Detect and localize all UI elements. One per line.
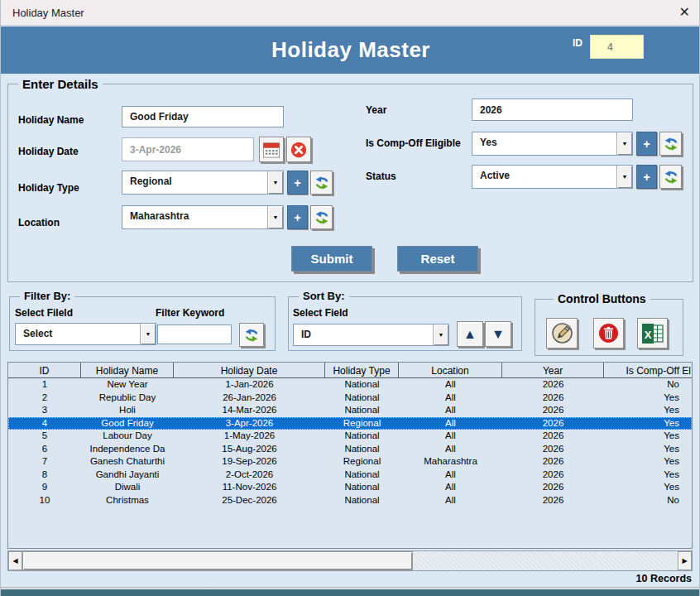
id-field[interactable]: 4 <box>590 35 644 59</box>
refresh-comp-off-button[interactable] <box>659 132 682 156</box>
refresh-status-button[interactable] <box>659 165 682 189</box>
status-select[interactable]: Active ▼ <box>472 165 633 189</box>
sort-legend: Sort By: <box>299 290 349 302</box>
bottom-strip <box>1 589 700 596</box>
table-row[interactable]: 5Labour Day1-May-2026NationalAll2026Yes <box>8 430 692 443</box>
table-row[interactable]: 9Diwali11-Nov-2026NationalAll2026Yes <box>8 481 692 494</box>
holiday-name-input[interactable] <box>122 106 284 127</box>
table-cell: National <box>325 443 399 456</box>
header-band: Holiday Master ID 4 <box>1 26 700 74</box>
scroll-left-icon: ◀ <box>12 557 17 565</box>
scrollbar-thumb[interactable] <box>22 551 413 570</box>
excel-icon: X <box>641 323 664 344</box>
column-header: Holiday Date <box>174 363 325 377</box>
chevron-down-icon[interactable]: ▼ <box>267 206 283 228</box>
filter-field-select[interactable]: Select ▼ <box>15 323 156 345</box>
table-cell: 2026 <box>502 404 604 417</box>
sort-up-icon: ▲ <box>463 328 477 341</box>
table-cell: 8 <box>8 469 81 482</box>
add-location-button[interactable]: + <box>287 205 308 229</box>
close-icon[interactable]: ✕ <box>679 5 690 20</box>
table-cell: Gandhi Jayanti <box>81 469 174 482</box>
table-cell: 2026 <box>502 455 604 469</box>
table-cell: Republic Day <box>81 392 174 405</box>
add-holiday-type-button[interactable]: + <box>287 171 308 195</box>
control-buttons-frame: Control Buttons <box>535 299 683 356</box>
chevron-down-icon[interactable]: ▼ <box>433 324 448 345</box>
column-header: Holiday Name <box>81 363 174 377</box>
table-cell: Holi <box>81 404 174 417</box>
table-cell: 9 <box>8 481 81 494</box>
sort-field-select[interactable]: ID ▼ <box>293 324 449 346</box>
refresh-holiday-type-button[interactable] <box>310 171 333 195</box>
table-cell: Yes <box>604 469 692 482</box>
table-cell: Independence Da <box>81 443 174 456</box>
calendar-button[interactable] <box>259 137 284 162</box>
apply-filter-button[interactable] <box>239 323 264 347</box>
horizontal-scrollbar[interactable]: ◀ ▶ <box>7 550 693 571</box>
edit-button[interactable] <box>546 318 578 348</box>
table-row[interactable]: 6Independence Da15-Aug-2026NationalAll20… <box>8 443 692 456</box>
table-cell: 2026 <box>502 417 604 430</box>
holiday-type-select[interactable]: Regional ▼ <box>122 171 284 195</box>
chevron-down-icon[interactable]: ▼ <box>140 324 156 344</box>
table-cell: 2026 <box>502 430 604 443</box>
table-cell: 1-Jan-2026 <box>174 378 325 392</box>
table-row[interactable]: 10Christmas25-Dec-2026NationalAll2026No <box>8 494 692 507</box>
location-select[interactable]: Maharashtra ▼ <box>122 205 284 229</box>
scroll-left-button[interactable]: ◀ <box>8 551 22 570</box>
table-cell: All <box>399 481 502 494</box>
calendar-icon <box>262 142 280 158</box>
table-row[interactable]: 4Good Friday3-Apr-2026RegionalAll2026Yes <box>8 417 692 430</box>
table-cell: 2-Oct-2026 <box>174 469 325 482</box>
filter-field-label: Select Fileld <box>15 307 73 319</box>
export-excel-button[interactable]: X <box>637 318 668 348</box>
refresh-icon <box>314 209 330 226</box>
holiday-type-value: Regional <box>122 171 267 194</box>
chevron-down-icon[interactable]: ▼ <box>267 171 283 194</box>
table-row[interactable]: 1New Year1-Jan-2026NationalAll2026No <box>8 378 692 392</box>
reset-button[interactable]: Reset <box>397 246 478 272</box>
table-cell: 10 <box>8 494 81 507</box>
table-cell: 2026 <box>502 378 604 392</box>
table-row[interactable]: 3Holi14-Mar-2026NationalAll2026Yes <box>8 404 692 417</box>
refresh-icon <box>314 175 330 191</box>
comp-off-select[interactable]: Yes ▼ <box>472 132 633 156</box>
add-status-button[interactable]: + <box>636 165 657 189</box>
table-cell: National <box>325 494 399 507</box>
chevron-down-icon[interactable]: ▼ <box>616 132 632 155</box>
table-cell: 3 <box>8 404 81 417</box>
status-value: Active <box>472 166 616 188</box>
filter-legend: Filter By: <box>20 290 74 302</box>
chevron-down-icon[interactable]: ▼ <box>616 166 632 188</box>
table-cell: 26-Jan-2026 <box>174 392 325 405</box>
scrollbar-track[interactable] <box>413 551 678 570</box>
table-cell: National <box>325 404 399 417</box>
submit-button[interactable]: Submit <box>291 246 372 272</box>
table-cell: Regional <box>325 417 399 430</box>
table-cell: All <box>399 378 502 392</box>
table-row[interactable]: 2Republic Day26-Jan-2026NationalAll2026Y… <box>8 392 692 405</box>
table-cell: All <box>399 404 502 417</box>
table-row[interactable]: 8Gandhi Jayanti2-Oct-2026NationalAll2026… <box>8 469 692 482</box>
delete-button[interactable] <box>593 318 624 348</box>
filter-keyword-input[interactable] <box>157 324 232 344</box>
control-buttons-legend: Control Buttons <box>554 292 650 305</box>
table-cell: Yes <box>604 481 692 494</box>
table-cell: No <box>604 378 692 392</box>
table-cell: 6 <box>8 443 81 456</box>
year-input[interactable] <box>472 99 633 121</box>
table-cell: 4 <box>8 417 81 430</box>
clear-date-button[interactable] <box>286 137 311 162</box>
refresh-location-button[interactable] <box>310 205 333 229</box>
sort-ascending-button[interactable]: ▲ <box>457 321 483 347</box>
svg-text:X: X <box>644 328 651 340</box>
table-row[interactable]: 7Ganesh Chaturthi19-Sep-2026RegionalMaha… <box>8 455 692 469</box>
column-header: Location <box>399 363 502 377</box>
add-comp-off-button[interactable]: + <box>636 132 657 156</box>
scroll-right-button[interactable]: ▶ <box>678 551 692 570</box>
holiday-date-input[interactable] <box>122 137 254 161</box>
enter-details-frame: Enter Details Holiday Name Holiday Date … <box>7 84 693 282</box>
refresh-icon <box>663 169 679 185</box>
sort-descending-button[interactable]: ▼ <box>485 321 511 347</box>
